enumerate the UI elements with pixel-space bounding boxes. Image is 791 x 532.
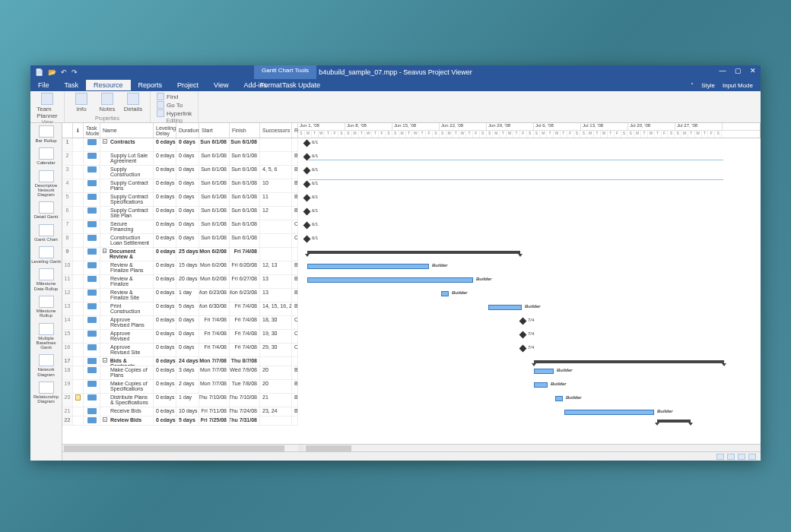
cell-finish[interactable]: Sun 6/1/08 bbox=[230, 207, 260, 220]
cell-info[interactable] bbox=[73, 179, 84, 192]
cell-name[interactable]: Review & Finalize Specifications bbox=[100, 275, 154, 288]
cell-info[interactable] bbox=[73, 416, 84, 425]
cell-resource[interactable]: B bbox=[292, 394, 298, 407]
cell-start[interactable]: Mon 7/7/08 bbox=[199, 357, 230, 366]
cell-info[interactable] bbox=[73, 302, 84, 315]
goto-button[interactable]: Go To bbox=[157, 101, 192, 109]
row-number[interactable]: 16 bbox=[62, 344, 73, 356]
cell-duration[interactable]: 10 days bbox=[176, 407, 199, 416]
gantt-bar[interactable] bbox=[564, 410, 654, 415]
cell-finish[interactable]: Sun 6/1/08 bbox=[230, 166, 260, 179]
cell-name[interactable]: Review & Finalize Plans bbox=[100, 261, 154, 274]
cell-start[interactable]: Mon 7/7/08 bbox=[199, 380, 230, 393]
row-number[interactable]: 3 bbox=[62, 166, 73, 179]
table-row[interactable]: 5Supply Contract Specifications0 edays0 … bbox=[62, 193, 298, 207]
team-planner-button[interactable]: Team Planner bbox=[37, 93, 58, 119]
gantt-milestone[interactable] bbox=[303, 195, 311, 202]
row-number[interactable]: 17 bbox=[62, 357, 73, 366]
cell-finish[interactable]: Sun 6/1/08 bbox=[230, 179, 260, 192]
cell-resource[interactable]: B bbox=[292, 207, 298, 220]
cell-info[interactable] bbox=[73, 234, 84, 247]
cell-task-mode[interactable] bbox=[84, 366, 100, 379]
gantt-milestone[interactable] bbox=[303, 236, 311, 243]
cell-resource[interactable]: B bbox=[292, 179, 298, 192]
row-number[interactable]: 8 bbox=[62, 234, 73, 247]
table-row[interactable]: 3Supply Construction Agreement0 edays0 d… bbox=[62, 166, 298, 179]
cell-resource[interactable]: B bbox=[292, 302, 298, 315]
table-row[interactable]: 14Approve Revised Plans0 edays0 daysFri … bbox=[62, 316, 298, 330]
cell-resource[interactable]: B bbox=[292, 166, 298, 179]
cell-leveling-delay[interactable]: 0 edays bbox=[154, 234, 176, 247]
cell-resource[interactable]: B bbox=[292, 193, 298, 206]
table-row[interactable]: 10Review & Finalize Plans0 edays15 daysM… bbox=[62, 261, 298, 275]
cell-task-mode[interactable] bbox=[84, 193, 100, 206]
cell-leveling-delay[interactable]: 0 edays bbox=[154, 366, 176, 379]
cell-name[interactable]: Supply Contract Specifications bbox=[100, 193, 154, 206]
cell-leveling-delay[interactable]: 0 edays bbox=[154, 152, 176, 165]
qa-redo-icon[interactable]: ↷ bbox=[71, 68, 78, 76]
cell-task-mode[interactable] bbox=[84, 275, 100, 288]
cell-start[interactable]: Sun 6/1/08 bbox=[199, 193, 230, 206]
cell-start[interactable]: Fri 7/4/08 bbox=[199, 344, 230, 356]
row-number[interactable]: 9 bbox=[62, 248, 73, 261]
view-shortcut-1[interactable] bbox=[716, 454, 724, 460]
row-number[interactable]: 4 bbox=[62, 179, 73, 192]
cell-resource[interactable] bbox=[292, 248, 298, 261]
cell-finish[interactable]: Thu 7/24/08 bbox=[230, 407, 260, 416]
cell-finish[interactable]: Sun 6/1/08 bbox=[230, 152, 260, 165]
gantt-milestone[interactable] bbox=[303, 167, 311, 175]
cell-finish[interactable]: Fri 7/4/08 bbox=[230, 248, 260, 261]
cell-finish[interactable]: Fri 7/4/08 bbox=[230, 316, 260, 329]
gantt-bar[interactable] bbox=[555, 396, 563, 401]
cell-finish[interactable]: Sun 6/1/08 bbox=[230, 193, 260, 206]
cell-successors[interactable]: 13 bbox=[260, 289, 292, 302]
cell-task-mode[interactable] bbox=[84, 394, 100, 407]
cell-start[interactable]: Sun 6/1/08 bbox=[199, 166, 230, 179]
cell-task-mode[interactable] bbox=[84, 152, 100, 165]
cell-duration[interactable]: 0 days bbox=[176, 220, 199, 233]
cell-start[interactable]: Sun 6/1/08 bbox=[199, 207, 230, 220]
cell-task-mode[interactable] bbox=[84, 316, 100, 329]
cell-start[interactable]: Sun 6/1/08 bbox=[199, 138, 230, 151]
table-row[interactable]: 20Distribute Plans & Specifications0 eda… bbox=[62, 394, 298, 407]
table-row[interactable]: 8Construction Loan Settlement0 edays0 da… bbox=[62, 234, 298, 248]
gantt-summary-bar[interactable] bbox=[307, 251, 520, 254]
table-row[interactable]: 13Print Construction Drawings0 edays5 da… bbox=[62, 302, 298, 316]
cell-leveling-delay[interactable]: 0 edays bbox=[154, 193, 176, 206]
gantt-milestone[interactable] bbox=[519, 318, 527, 325]
viewbar-item[interactable]: Milestone Rollup bbox=[30, 293, 62, 321]
cell-info[interactable] bbox=[73, 275, 84, 288]
cell-successors[interactable]: 4, 5, 6 bbox=[260, 166, 292, 179]
cell-successors[interactable]: 23, 24 bbox=[260, 407, 292, 416]
cell-finish[interactable]: Sun 6/1/08 bbox=[230, 234, 260, 247]
cell-resource[interactable]: B bbox=[292, 289, 298, 302]
col-task-mode[interactable]: Task Mode bbox=[84, 123, 100, 138]
gantt-bar[interactable] bbox=[534, 369, 554, 374]
cell-duration[interactable]: 1 day bbox=[176, 394, 199, 407]
cell-duration[interactable]: 0 days bbox=[176, 193, 199, 206]
cell-info[interactable] bbox=[73, 248, 84, 261]
gantt-summary-bar[interactable] bbox=[534, 360, 724, 363]
cell-task-mode[interactable] bbox=[84, 357, 100, 366]
table-row[interactable]: 15Approve Revised Specifications0 edays0… bbox=[62, 330, 298, 344]
viewbar-item[interactable]: Bar Rollup bbox=[30, 123, 62, 145]
cell-task-mode[interactable] bbox=[84, 289, 100, 302]
cell-task-mode[interactable] bbox=[84, 407, 100, 416]
cell-resource[interactable]: C bbox=[292, 220, 298, 233]
cell-info[interactable] bbox=[73, 152, 84, 165]
row-number[interactable]: 2 bbox=[62, 152, 73, 165]
row-number[interactable]: 12 bbox=[62, 289, 73, 302]
row-number[interactable]: 20 bbox=[62, 394, 73, 407]
cell-leveling-delay[interactable]: 0 edays bbox=[154, 207, 176, 220]
cell-name[interactable]: Make Copies of Specifications bbox=[100, 380, 154, 393]
cell-info[interactable] bbox=[73, 138, 84, 151]
col-finish[interactable]: Finish bbox=[230, 123, 260, 138]
cell-leveling-delay[interactable]: 0 edays bbox=[154, 344, 176, 356]
cell-task-mode[interactable] bbox=[84, 330, 100, 343]
gantt-bar[interactable] bbox=[441, 291, 449, 296]
row-number[interactable]: 1 bbox=[62, 138, 73, 151]
cell-finish[interactable]: Fri 7/4/08 bbox=[230, 330, 260, 343]
viewbar-item[interactable]: Multiple Baselines Gantt bbox=[30, 321, 62, 353]
gantt-bar[interactable] bbox=[307, 264, 429, 269]
cell-leveling-delay[interactable]: 0 edays bbox=[154, 302, 176, 315]
